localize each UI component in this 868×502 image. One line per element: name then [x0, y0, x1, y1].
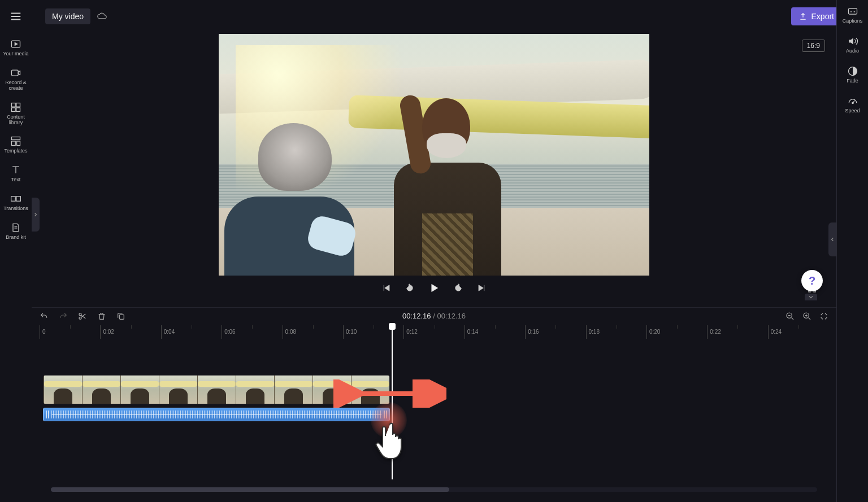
video-clip[interactable]: [43, 375, 390, 404]
duplicate-button[interactable]: [116, 312, 125, 321]
templates-icon: [10, 136, 21, 147]
zoom-in-button[interactable]: [802, 312, 811, 321]
audio-clip[interactable]: [43, 408, 390, 421]
rewind-5-button[interactable]: [405, 283, 415, 293]
library-icon: [10, 102, 21, 113]
playhead[interactable]: [392, 325, 393, 479]
top-bar: My video Export: [0, 0, 868, 33]
svg-rect-5: [16, 108, 20, 112]
svg-rect-16: [119, 315, 124, 319]
export-label: Export: [811, 12, 834, 21]
sidebar-item-label: Record & create: [2, 80, 30, 91]
record-icon: [10, 67, 21, 78]
sidebar-item-transitions[interactable]: Transitions: [2, 193, 30, 212]
sidebar-item-label: Your media: [3, 51, 28, 57]
ruler-tick: 0: [40, 325, 100, 339]
brandkit-icon: [10, 222, 21, 233]
sidebar-item-content-library[interactable]: Content library: [2, 102, 30, 126]
sidebar-item-fade[interactable]: Fade: [839, 66, 867, 84]
sidebar-item-label: Text: [11, 177, 21, 183]
sidebar-item-label: Templates: [4, 149, 27, 154]
svg-rect-9: [11, 197, 16, 201]
video-preview[interactable]: [219, 34, 649, 276]
svg-rect-7: [12, 141, 16, 146]
playback-controls: [32, 282, 836, 294]
timeline-tracks: [40, 341, 828, 479]
svg-rect-3: [16, 103, 20, 107]
sidebar-item-speed[interactable]: Speed: [839, 95, 867, 114]
fit-zoom-button[interactable]: [819, 312, 828, 321]
ruler-tick: 0:04: [161, 325, 222, 339]
sidebar-item-text[interactable]: Text: [2, 164, 30, 183]
help-icon: ?: [809, 274, 815, 287]
ruler-tick: 0:14: [465, 325, 525, 339]
delete-button[interactable]: [97, 312, 106, 321]
project-title[interactable]: My video: [45, 8, 90, 24]
sidebar-item-label: Brand kit: [6, 235, 26, 241]
timeline-scrollbar[interactable]: [51, 487, 817, 492]
total-time: 00:12.16: [437, 312, 466, 320]
sidebar-item-audio[interactable]: Audio: [839, 36, 867, 54]
ruler-tick: 0:02: [100, 325, 160, 339]
captions-icon: [847, 6, 858, 17]
speed-icon: [847, 95, 858, 107]
ruler-tick: 0:22: [707, 325, 767, 339]
sidebar-item-label: Fade: [847, 78, 858, 84]
media-icon: [10, 38, 21, 50]
redo-button[interactable]: [59, 312, 68, 321]
ruler-tick: 0:24: [768, 325, 828, 339]
ruler-tick: 0:12: [403, 325, 464, 339]
panel-collapse-toggle[interactable]: [805, 294, 817, 300]
play-button[interactable]: [428, 282, 440, 294]
skip-end-button[interactable]: [477, 283, 487, 293]
fade-icon: [847, 66, 858, 77]
timeline-ruler[interactable]: 0 0:02 0:04 0:06 0:08 0:10 0:12 0:14 0:1…: [40, 325, 828, 339]
ruler-tick: 0:06: [222, 325, 282, 339]
timeline-toolbar: 00:12.16 / 00:12.16: [32, 307, 836, 324]
undo-button[interactable]: [40, 312, 49, 321]
sidebar-item-label: Audio: [846, 49, 859, 54]
split-button[interactable]: [78, 312, 87, 321]
sidebar-item-label: Speed: [845, 108, 860, 114]
forward-5-button[interactable]: [453, 283, 463, 293]
right-sidebar: Captions Audio Fade Speed: [836, 0, 868, 502]
svg-rect-8: [17, 141, 20, 146]
audio-clip-end-handle[interactable]: [384, 411, 387, 418]
preview-area: [32, 33, 836, 304]
sidebar-item-label: Content library: [2, 115, 30, 126]
svg-rect-1: [12, 70, 19, 76]
sidebar-item-templates[interactable]: Templates: [2, 136, 30, 154]
menu-button[interactable]: [0, 0, 32, 33]
svg-rect-10: [16, 197, 21, 201]
help-button[interactable]: ?: [801, 270, 823, 291]
ruler-tick: 0:08: [283, 325, 343, 339]
sidebar-item-your-media[interactable]: Your media: [2, 38, 30, 57]
audio-icon: [847, 36, 858, 47]
zoom-out-button[interactable]: [785, 312, 795, 321]
left-sidebar: Your media Record & create Content libra…: [0, 33, 32, 502]
sidebar-item-brand-kit[interactable]: Brand kit: [2, 222, 30, 241]
ruler-tick: 0:16: [525, 325, 585, 339]
ruler-tick: 0:20: [646, 325, 707, 339]
audio-waveform: [51, 411, 381, 418]
sidebar-item-label: Captions: [843, 19, 863, 24]
cloud-sync-icon[interactable]: [97, 12, 107, 20]
svg-rect-11: [848, 8, 857, 14]
text-icon: [10, 164, 21, 176]
svg-rect-6: [12, 137, 20, 140]
svg-rect-2: [12, 103, 16, 107]
sidebar-item-label: Transitions: [3, 206, 28, 212]
svg-rect-4: [12, 108, 16, 112]
audio-clip-start-handle[interactable]: [46, 411, 49, 418]
transitions-icon: [10, 193, 21, 204]
ruler-tick: 0:18: [586, 325, 646, 339]
sidebar-item-captions[interactable]: Captions: [839, 6, 867, 24]
svg-point-13: [852, 102, 853, 104]
sidebar-item-record-create[interactable]: Record & create: [2, 67, 30, 91]
current-time: 00:12.16: [402, 312, 431, 320]
scrollbar-thumb[interactable]: [51, 487, 449, 492]
time-display: 00:12.16 / 00:12.16: [402, 312, 466, 320]
skip-start-button[interactable]: [381, 283, 391, 293]
